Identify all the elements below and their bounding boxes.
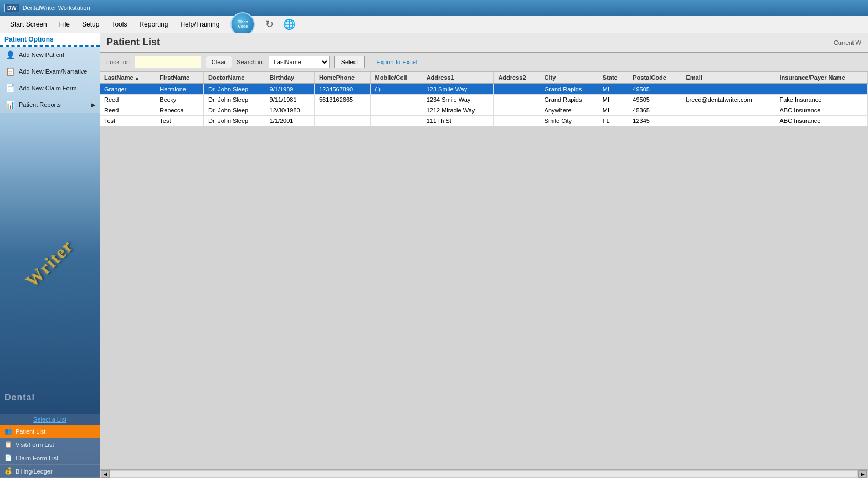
settings-icon-btn[interactable]: ↻: [260, 17, 278, 32]
menu-reporting[interactable]: Reporting: [133, 18, 173, 30]
sidebar-item-patient-list[interactable]: 👥 Patient List: [0, 425, 100, 438]
dental-text: Dental: [4, 393, 35, 403]
cell-email: [681, 116, 775, 126]
clear-button[interactable]: Clear: [206, 56, 232, 68]
select-button[interactable]: Select: [334, 56, 366, 68]
main-layout: Patient Options 👤 Add New Patient 📋 Add …: [0, 33, 868, 478]
cell-insurancePayer: Fake Insurance: [775, 95, 868, 105]
cell-mobileCell: [370, 105, 422, 116]
cell-address2: [494, 95, 540, 105]
sidebar: Patient Options 👤 Add New Patient 📋 Add …: [0, 33, 100, 478]
col-postalcode[interactable]: PostalCode: [628, 72, 681, 84]
cell-insurancePayer: ABC Insurance: [775, 105, 868, 116]
col-state[interactable]: State: [598, 72, 628, 84]
patient-table-container: LastName FirstName DoctorName Birthday H…: [100, 72, 868, 469]
cell-firstName: Rebecca: [155, 105, 204, 116]
title-bar: DW DentalWriter Workstation: [0, 0, 868, 16]
cell-city: Anywhere: [540, 105, 598, 116]
select-list-label[interactable]: Select a List: [0, 414, 100, 425]
globe-icon: 🌐: [283, 18, 295, 30]
sidebar-item-billing-ledger[interactable]: 💰 Billing/Ledger: [0, 465, 100, 478]
patient-options-header: Patient Options: [0, 33, 100, 47]
cell-doctorName: Dr. John Sleep: [204, 84, 265, 95]
add-new-patient-button[interactable]: 👤 Add New Patient: [0, 47, 100, 63]
horizontal-scrollbar[interactable]: ◀ ▶: [100, 469, 868, 478]
add-claim-icon: 📄: [4, 83, 16, 94]
cell-birthday: 9/11/1981: [265, 95, 314, 105]
scroll-left-arrow[interactable]: ◀: [101, 470, 110, 478]
search-in-select[interactable]: LastName FirstName DoctorName Birthday: [269, 56, 330, 68]
patient-table: LastName FirstName DoctorName Birthday H…: [100, 72, 868, 126]
visit-form-icon: 📋: [4, 441, 12, 448]
table-row[interactable]: ReedRebeccaDr. John Sleep12/30/19801212 …: [100, 105, 868, 116]
cell-homePhone: [314, 105, 370, 116]
col-email[interactable]: Email: [681, 72, 775, 84]
cell-doctorName: Dr. John Sleep: [204, 116, 265, 126]
add-exam-icon: 📋: [4, 66, 16, 77]
sidebar-item-visit-form-list[interactable]: 📋 Visit/Form List: [0, 438, 100, 451]
cell-mobileCell: [370, 116, 422, 126]
table-header: LastName FirstName DoctorName Birthday H…: [100, 72, 868, 84]
search-input[interactable]: [135, 56, 201, 68]
menu-start-screen[interactable]: Start Screen: [4, 18, 53, 30]
col-doctorname[interactable]: DoctorName: [204, 72, 265, 84]
col-mobilecell[interactable]: Mobile/Cell: [370, 72, 422, 84]
menu-setup[interactable]: Setup: [76, 18, 105, 30]
cell-postalCode: 45365: [628, 105, 681, 116]
col-address1[interactable]: Address1: [422, 72, 494, 84]
cell-state: MI: [598, 84, 628, 95]
col-firstname[interactable]: FirstName: [155, 72, 204, 84]
export-to-excel-link[interactable]: Export to Excel: [376, 59, 417, 65]
col-birthday[interactable]: Birthday: [265, 72, 314, 84]
billing-icon: 💰: [4, 467, 12, 475]
cell-state: MI: [598, 95, 628, 105]
cell-insurancePayer: [775, 84, 868, 95]
menu-tools[interactable]: Tools: [106, 18, 132, 30]
page-title: Patient List: [106, 37, 160, 48]
table-row[interactable]: ReedBeckyDr. John Sleep9/11/198156131626…: [100, 95, 868, 105]
clean-code-button[interactable]: Clean Code: [230, 12, 255, 37]
cell-email: [681, 105, 775, 116]
sidebar-item-claim-form-list[interactable]: 📄 Claim Form List: [0, 451, 100, 465]
col-homephone[interactable]: HomePhone: [314, 72, 370, 84]
col-city[interactable]: City: [540, 72, 598, 84]
col-insurance[interactable]: Insurance/Payer Name: [775, 72, 868, 84]
reports-icon: 📊: [4, 99, 16, 110]
cell-birthday: 1/1/2001: [265, 116, 314, 126]
patient-reports-button[interactable]: 📊 Patient Reports ▶: [0, 96, 100, 113]
cell-postalCode: 49505: [628, 84, 681, 95]
cell-address1: 1234 Smile Way: [422, 95, 494, 105]
cell-homePhone: [314, 116, 370, 126]
content-area: Patient List Current W Look for: Clear S…: [100, 33, 868, 478]
cell-address1: 123 Smile Way: [422, 84, 494, 95]
table-row[interactable]: TestTestDr. John Sleep1/1/2001111 Hi StS…: [100, 116, 868, 126]
app-logo: DW: [4, 4, 19, 12]
cell-firstName: Test: [155, 116, 204, 126]
cell-city: Smile City: [540, 116, 598, 126]
cell-email: breed@dentalwriter.com: [681, 95, 775, 105]
scroll-right-arrow[interactable]: ▶: [858, 470, 867, 478]
cell-address1: 1212 Miracle Way: [422, 105, 494, 116]
table-row[interactable]: GrangerHermioneDr. John Sleep9/1/1989123…: [100, 84, 868, 95]
add-new-exam-button[interactable]: 📋 Add New Exam/Narrative: [0, 63, 100, 80]
cell-homePhone: 1234567890: [314, 84, 370, 95]
cell-firstName: Becky: [155, 95, 204, 105]
cell-birthday: 9/1/1989: [265, 84, 314, 95]
cell-postalCode: 49505: [628, 95, 681, 105]
cell-address2: [494, 105, 540, 116]
col-address2[interactable]: Address2: [494, 72, 540, 84]
cell-lastName: Granger: [100, 84, 155, 95]
patient-list-icon: 👥: [4, 428, 12, 435]
scroll-track[interactable]: [110, 470, 858, 478]
add-new-claim-button[interactable]: 📄 Add New Claim Form: [0, 80, 100, 96]
menu-file[interactable]: File: [54, 18, 75, 30]
cell-city: Grand Rapids: [540, 95, 598, 105]
cell-postalCode: 12345: [628, 116, 681, 126]
cell-mobileCell: [370, 95, 422, 105]
globe-icon-btn[interactable]: 🌐: [280, 17, 298, 32]
cell-birthday: 12/30/1980: [265, 105, 314, 116]
cell-firstName: Hermione: [155, 84, 204, 95]
col-lastname[interactable]: LastName: [100, 72, 155, 84]
menu-help-training[interactable]: Help/Training: [174, 18, 225, 30]
claim-form-icon: 📄: [4, 454, 12, 461]
